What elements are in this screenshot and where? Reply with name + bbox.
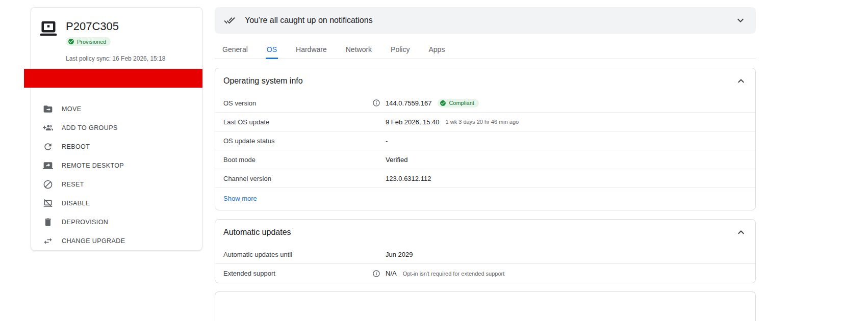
info-icon[interactable] (372, 99, 386, 107)
row-channel-version: Channel version 123.0.6312.112 (215, 169, 755, 188)
row-label: OS version (223, 99, 372, 107)
row-note: 1 wk 3 days 20 hr 46 min ago (446, 119, 519, 125)
chevron-up-icon[interactable] (735, 75, 747, 87)
screen-share-icon (43, 160, 53, 171)
row-label: OS update status (223, 137, 372, 145)
action-label: RESET (62, 181, 84, 188)
action-disable[interactable]: DISABLE (31, 194, 202, 212)
show-more-link[interactable]: Show more (223, 195, 257, 202)
check-circle-icon (68, 38, 74, 45)
check-circle-icon (440, 100, 446, 106)
next-card-partial (215, 291, 756, 321)
action-remote-desktop[interactable]: REMOTE DESKTOP (31, 156, 202, 175)
row-note: Opt-in isn't required for extended suppo… (403, 271, 505, 277)
action-label: ADD TO GROUPS (62, 124, 118, 131)
main-content: You're all caught up on notifications Ge… (215, 7, 756, 321)
row-value: 9 Feb 2026, 15:40 (386, 118, 440, 126)
compliant-badge-label: Compliant (449, 100, 474, 106)
refresh-icon (43, 142, 53, 152)
row-value: Jun 2029 (386, 251, 413, 258)
row-value: 123.0.6312.112 (386, 175, 431, 182)
chevron-down-icon[interactable] (734, 14, 747, 26)
device-actions-list: MOVE ADD TO GROUPS REBOOT REMOTE DESKTOP… (31, 99, 202, 250)
row-label: Boot mode (223, 156, 372, 164)
action-label: MOVE (62, 105, 81, 113)
notification-message: You're all caught up on notifications (245, 16, 373, 25)
redacted-region (24, 69, 202, 88)
action-label: REBOOT (62, 143, 90, 150)
tab-network[interactable]: Network (345, 41, 373, 59)
done-all-icon (224, 15, 235, 26)
card-title: Automatic updates (223, 228, 291, 237)
os-info-card-header: Operating system info (215, 68, 755, 94)
row-value: - (386, 137, 388, 145)
tab-apps[interactable]: Apps (427, 41, 446, 59)
notification-banner[interactable]: You're all caught up on notifications (215, 7, 756, 34)
laptop-device-icon (39, 21, 58, 36)
action-add-to-groups[interactable]: ADD TO GROUPS (31, 118, 202, 137)
action-label: REMOTE DESKTOP (62, 162, 124, 169)
tab-hardware[interactable]: Hardware (295, 41, 328, 59)
card-title: Operating system info (223, 76, 303, 86)
info-icon[interactable] (372, 270, 386, 278)
action-change-upgrade[interactable]: CHANGE UPGRADE (31, 231, 202, 250)
action-reboot[interactable]: REBOOT (31, 137, 202, 156)
device-panel: P207C305 Provisioned Last policy sync: 1… (31, 7, 202, 251)
row-boot-mode: Boot mode Verified (215, 150, 755, 169)
drive-file-move-icon (43, 104, 53, 114)
chevron-up-icon[interactable] (735, 226, 747, 238)
laptop-off-icon (43, 198, 53, 208)
provision-status-label: Provisioned (77, 39, 106, 45)
row-label: Automatic updates until (223, 251, 372, 258)
action-deprovision[interactable]: DEPROVISION (31, 212, 202, 231)
row-label: Last OS update (223, 118, 372, 126)
block-icon (43, 179, 53, 190)
tab-bar: General OS Hardware Network Policy Apps (215, 41, 756, 59)
swap-horiz-icon (43, 236, 53, 246)
device-title-block: P207C305 Provisioned (66, 20, 119, 47)
tab-os[interactable]: OS (266, 41, 278, 59)
group-add-icon (43, 123, 53, 133)
compliant-badge: Compliant (438, 99, 479, 108)
last-policy-sync: Last policy sync: 16 Feb 2026, 15:18 (66, 55, 194, 62)
row-extended-support: Extended support N/A Opt-in isn't requir… (215, 264, 755, 283)
row-label: Channel version (223, 175, 372, 182)
row-label: Extended support (223, 270, 372, 277)
row-os-version: OS version 144.0.7559.167 Compliant (215, 94, 755, 113)
row-value: Verified (386, 156, 407, 164)
device-title: P207C305 (66, 20, 119, 33)
action-reset[interactable]: RESET (31, 175, 202, 194)
provision-status-badge: Provisioned (66, 37, 111, 46)
action-label: CHANGE UPGRADE (62, 237, 125, 245)
action-move[interactable]: MOVE (31, 99, 202, 118)
tab-policy[interactable]: Policy (390, 41, 411, 59)
show-more-row: Show more (215, 188, 755, 210)
automatic-updates-card-header: Automatic updates (215, 220, 755, 245)
action-label: DEPROVISION (62, 219, 108, 226)
tab-general[interactable]: General (221, 41, 249, 59)
row-os-update-status: OS update status - (215, 131, 755, 150)
device-header: P207C305 Provisioned (31, 8, 202, 47)
automatic-updates-card: Automatic updates Automatic updates unti… (215, 219, 756, 283)
row-value: N/A (386, 270, 397, 277)
action-label: DISABLE (62, 200, 90, 207)
row-automatic-updates-until: Automatic updates until Jun 2029 (215, 245, 755, 264)
trash-icon (43, 217, 53, 227)
row-value: 144.0.7559.167 (386, 99, 431, 107)
os-info-card: Operating system info OS version 144.0.7… (215, 68, 756, 210)
row-last-os-update: Last OS update 9 Feb 2026, 15:40 1 wk 3 … (215, 113, 755, 131)
